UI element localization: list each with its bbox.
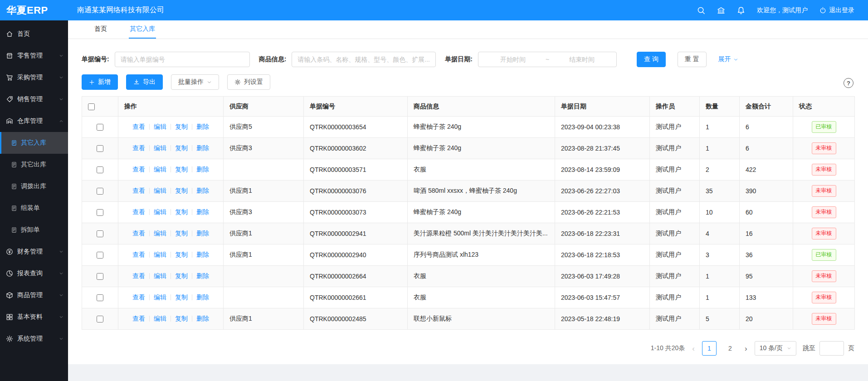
op-copy-link[interactable]: 复制	[175, 144, 188, 151]
add-button[interactable]: 新增	[82, 74, 118, 90]
row-checkbox[interactable]	[97, 273, 103, 280]
op-view-link[interactable]: 查看	[132, 187, 145, 194]
start-date-input[interactable]	[482, 56, 544, 63]
op-view-link[interactable]: 查看	[132, 208, 145, 215]
prev-page-button[interactable]: ‹	[691, 345, 696, 352]
bill-no-input[interactable]	[115, 52, 250, 67]
page-size-select[interactable]: 10 条/页	[755, 341, 796, 356]
op-delete-link[interactable]: 删除	[196, 166, 209, 173]
tab-other-inbound[interactable]: 其它入库	[129, 20, 156, 39]
reset-button[interactable]: 重 置	[678, 52, 707, 67]
page-button-1[interactable]: 1	[702, 341, 717, 356]
op-delete-link[interactable]: 删除	[196, 123, 209, 130]
op-edit-link[interactable]: 编辑	[154, 230, 166, 237]
row-checkbox[interactable]	[97, 145, 103, 152]
tab-home[interactable]: 首页	[93, 20, 108, 39]
op-view-link[interactable]: 查看	[132, 293, 145, 301]
sidebar-item-warehouse[interactable]: 仓库管理	[0, 110, 68, 132]
expand-toggle[interactable]: 展开	[718, 55, 738, 64]
sidebar-item-finance[interactable]: 财务管理	[0, 241, 68, 263]
product-info-label: 商品信息:	[259, 55, 287, 64]
op-delete-link[interactable]: 删除	[196, 144, 209, 151]
op-delete-link[interactable]: 删除	[196, 208, 209, 215]
sidebar-subitem-disassembly[interactable]: 拆卸单	[0, 219, 68, 241]
op-edit-link[interactable]: 编辑	[154, 123, 166, 130]
op-edit-link[interactable]: 编辑	[154, 293, 166, 301]
op-copy-link[interactable]: 复制	[175, 315, 188, 322]
date-range-picker[interactable]: ~	[478, 52, 617, 67]
op-view-link[interactable]: 查看	[132, 251, 145, 258]
op-copy-link[interactable]: 复制	[175, 123, 188, 130]
op-copy-link[interactable]: 复制	[175, 166, 188, 173]
op-view-link[interactable]: 查看	[132, 144, 145, 151]
op-copy-link[interactable]: 复制	[175, 230, 188, 237]
op-copy-link[interactable]: 复制	[175, 293, 188, 301]
qty-cell: 1	[700, 117, 740, 138]
op-edit-link[interactable]: 编辑	[154, 144, 166, 151]
row-checkbox[interactable]	[97, 316, 103, 322]
next-page-button[interactable]: ›	[744, 345, 748, 352]
op-delete-link[interactable]: 删除	[196, 230, 209, 237]
sidebar-item-retail[interactable]: 零售管理	[0, 45, 68, 67]
sidebar-item-goods[interactable]: 商品管理	[0, 284, 68, 306]
op-edit-link[interactable]: 编辑	[154, 166, 166, 173]
app-logo[interactable]: 华夏ERP	[0, 4, 68, 17]
op-copy-link[interactable]: 复制	[175, 208, 188, 215]
sidebar-subitem-other-inbound[interactable]: 其它入库	[0, 132, 68, 154]
product-cell: 啤酒 580ml xxsxx，蜂蜜柚子茶 240g	[408, 181, 555, 202]
search-icon[interactable]	[697, 6, 705, 15]
op-view-link[interactable]: 查看	[132, 230, 145, 237]
sidebar-subitem-assembly[interactable]: 组装单	[0, 197, 68, 219]
op-edit-link[interactable]: 编辑	[154, 187, 166, 194]
date-cell: 2023-06-26 22:21:53	[555, 202, 650, 223]
select-all-checkbox[interactable]	[88, 103, 95, 110]
op-copy-link[interactable]: 复制	[175, 272, 188, 279]
op-edit-link[interactable]: 编辑	[154, 272, 166, 279]
op-copy-link[interactable]: 复制	[175, 251, 188, 258]
op-edit-link[interactable]: 编辑	[154, 208, 166, 215]
sidebar-item-sales[interactable]: 销售管理	[0, 88, 68, 110]
bell-icon[interactable]	[737, 6, 745, 15]
amount-cell: 20	[740, 308, 793, 330]
sidebar-subitem-other-outbound[interactable]: 其它出库	[0, 154, 68, 176]
sidebar-item-purchase[interactable]: 采购管理	[0, 67, 68, 88]
column-header-6: 数量	[700, 97, 740, 117]
end-date-input[interactable]	[551, 56, 613, 63]
export-button[interactable]: 导出	[126, 74, 163, 90]
search-button[interactable]: 查 询	[637, 52, 666, 67]
row-checkbox[interactable]	[97, 188, 103, 195]
sidebar-subitem-transfer-outbound[interactable]: 调拨出库	[0, 176, 68, 197]
batch-ops-button[interactable]: 批量操作	[171, 74, 219, 90]
sidebar-item-home[interactable]: 首页	[0, 23, 68, 45]
row-checkbox[interactable]	[97, 252, 103, 259]
product-info-input[interactable]	[292, 52, 436, 67]
qty-cell: 3	[700, 244, 740, 266]
logout-button[interactable]: 退出登录	[819, 6, 854, 15]
op-copy-link[interactable]: 复制	[175, 187, 188, 194]
op-view-link[interactable]: 查看	[132, 315, 145, 322]
bank-icon[interactable]	[717, 6, 725, 15]
sidebar-item-system[interactable]: 系统管理	[0, 328, 68, 350]
op-edit-link[interactable]: 编辑	[154, 251, 166, 258]
page-button-2[interactable]: 2	[723, 341, 737, 356]
op-view-link[interactable]: 查看	[132, 166, 145, 173]
op-view-link[interactable]: 查看	[132, 272, 145, 279]
op-delete-link[interactable]: 删除	[196, 272, 209, 279]
op-view-link[interactable]: 查看	[132, 123, 145, 130]
bill-no-cell: QTRK00000003654	[304, 117, 408, 138]
op-delete-link[interactable]: 删除	[196, 251, 209, 258]
jump-input[interactable]	[819, 341, 844, 356]
row-checkbox[interactable]	[97, 124, 103, 131]
op-delete-link[interactable]: 删除	[196, 187, 209, 194]
op-edit-link[interactable]: 编辑	[154, 315, 166, 322]
sidebar-item-report[interactable]: 报表查询	[0, 263, 68, 284]
sidebar-item-basic[interactable]: 基本资料	[0, 306, 68, 328]
column-settings-button[interactable]: 列设置	[227, 74, 270, 90]
help-icon[interactable]: ?	[844, 78, 853, 88]
row-checkbox[interactable]	[97, 230, 103, 237]
op-delete-link[interactable]: 删除	[196, 293, 209, 301]
row-checkbox[interactable]	[97, 166, 103, 173]
row-checkbox[interactable]	[97, 294, 103, 301]
row-checkbox[interactable]	[97, 209, 103, 216]
op-delete-link[interactable]: 删除	[196, 315, 209, 322]
